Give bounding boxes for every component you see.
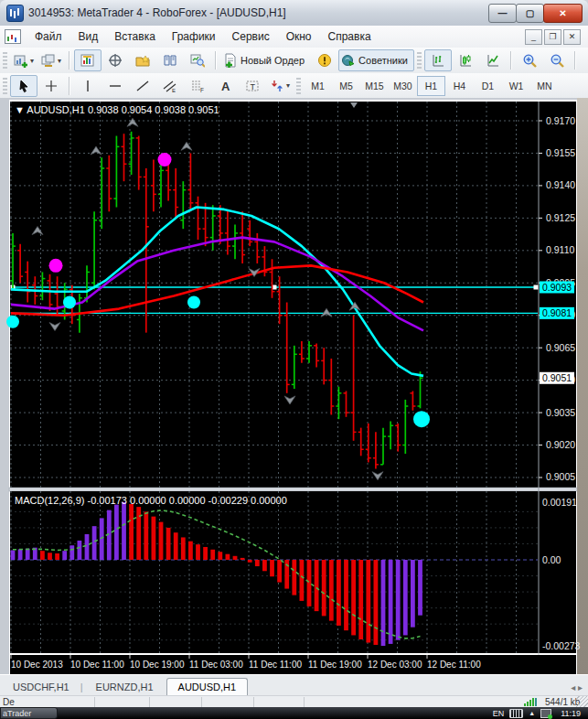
mdi-restore-button[interactable]: ❐: [544, 29, 561, 45]
trendline-icon: [135, 79, 150, 93]
chart-tab-audusd-h1[interactable]: AUDUSD,H1: [166, 678, 249, 696]
cyan-signal-dot: [63, 296, 76, 309]
profiles-icon: [41, 53, 56, 68]
terminal-button[interactable]: [156, 49, 184, 71]
app-icon: [6, 5, 24, 22]
chart-line-button[interactable]: [479, 49, 507, 71]
mdi-close-button[interactable]: ✕: [563, 29, 581, 45]
tab-scroll-right-icon[interactable]: ▸: [578, 682, 583, 692]
fibonacci-button[interactable]: F: [184, 75, 211, 97]
svg-text:12 Dec 03:00: 12 Dec 03:00: [368, 660, 422, 670]
chart-candles-button[interactable]: [452, 49, 479, 71]
советники-button[interactable]: Советники: [338, 49, 414, 71]
toolbar-grip[interactable]: [417, 52, 422, 69]
terminal-icon: [163, 53, 177, 68]
taskbar-app-button[interactable]: aTrader: [0, 707, 58, 719]
chart-bars-button[interactable]: [424, 49, 452, 71]
network-icon[interactable]: [540, 709, 551, 718]
dropdown-arrow-icon[interactable]: ▾: [30, 57, 34, 65]
chart-bars-icon: [431, 53, 445, 68]
crosshair-button[interactable]: [37, 75, 65, 97]
chart-tab-usdchf-h1[interactable]: USDCHF,H1: [2, 679, 80, 696]
vertical-line-button[interactable]: [74, 75, 102, 97]
toolbar-grip[interactable]: [3, 78, 7, 94]
market-watch-button[interactable]: [74, 49, 102, 71]
cyan-signal-dot: [6, 316, 19, 328]
chart-area[interactable]: 0.91700.91550.91400.91250.91100.90950.90…: [0, 98, 588, 674]
channel-button[interactable]: E: [156, 75, 184, 97]
data-window-button[interactable]: [102, 49, 129, 71]
text-icon: A: [218, 79, 232, 93]
svg-text:0.9051: 0.9051: [542, 372, 572, 383]
timeframe-m1-button[interactable]: M1: [304, 76, 332, 96]
language-indicator[interactable]: EN: [493, 709, 505, 718]
toolbar-separator: [69, 51, 70, 70]
zoom-out-button[interactable]: [543, 49, 571, 71]
svg-text:0.9065: 0.9065: [546, 342, 575, 353]
menu-item-2[interactable]: Вставка: [106, 27, 164, 46]
svg-text:E: E: [172, 88, 176, 93]
toolbar-separator: [574, 51, 576, 70]
channel-icon: E: [163, 79, 177, 93]
cyan-signal-dot: [413, 411, 430, 427]
timeframe-h4-button[interactable]: H4: [445, 76, 474, 96]
svg-text:0.00191: 0.00191: [542, 497, 577, 508]
magenta-signal-dot: [49, 259, 63, 273]
timeframe-d1-button[interactable]: D1: [474, 76, 502, 96]
toolbar-button-label: Новый Ордер: [241, 55, 305, 66]
cursor-icon: [16, 79, 31, 93]
cursor-button[interactable]: [10, 75, 37, 97]
metaeditor-button[interactable]: [311, 49, 338, 71]
text-button[interactable]: A: [211, 75, 239, 97]
new-chart-icon: [14, 53, 28, 68]
data-window-icon: [108, 53, 123, 68]
vertical-line-icon: [80, 79, 95, 93]
tab-scroll-left-icon[interactable]: ◂: [571, 682, 575, 692]
trendline-button[interactable]: [129, 75, 156, 97]
mdi-minimize-button[interactable]: _: [525, 29, 542, 45]
svg-text:10 Dec 11:00: 10 Dec 11:00: [70, 660, 124, 670]
dropdown-arrow-icon[interactable]: ▾: [286, 81, 290, 90]
menu-item-3[interactable]: Графики: [164, 27, 224, 46]
strategy-tester-button[interactable]: [184, 49, 211, 71]
timeframe-m15-button[interactable]: M15: [360, 76, 389, 96]
new-chart-button[interactable]: ▾: [10, 49, 37, 71]
timeframe-m30-button[interactable]: M30: [389, 76, 417, 96]
drawing-toolbar: EFAT▾M1M5M15M30H1H4D1W1MN: [0, 73, 588, 99]
toolbar-grip[interactable]: [3, 52, 7, 69]
timeframe-mn-button[interactable]: MN: [530, 76, 559, 96]
menu-item-5[interactable]: Окно: [278, 27, 320, 46]
timeframe-w1-button[interactable]: W1: [502, 76, 530, 96]
text-label-button[interactable]: T: [239, 75, 266, 97]
zoom-in-button[interactable]: [516, 49, 543, 71]
timeframe-h1-button[interactable]: H1: [417, 76, 445, 96]
toolbar-grip[interactable]: [296, 78, 301, 94]
menu-item-4[interactable]: Сервис: [224, 27, 278, 46]
chart-tab-bar: USDCHF,H1|EURNZD,H1AUDUSD,H1 ◂ ▸: [0, 674, 588, 696]
svg-text:0.9125: 0.9125: [546, 212, 575, 223]
market-watch-icon: [80, 53, 95, 68]
price-and-macd-chart[interactable]: 0.91700.91550.91400.91250.91100.90950.90…: [0, 98, 588, 674]
svg-text:10 Dec 19:00: 10 Dec 19:00: [130, 660, 185, 670]
maximize-button[interactable]: ▢: [516, 4, 544, 23]
navigator-button[interactable]: [129, 49, 156, 71]
menu-item-0[interactable]: Файл: [27, 27, 70, 46]
chart-tab-eurnzd-h1[interactable]: EURNZD,H1: [85, 679, 165, 696]
panel-splitter[interactable]: [9, 488, 577, 491]
dropdown-arrow-icon[interactable]: ▾: [58, 57, 61, 65]
keyboard-icon[interactable]: [509, 709, 523, 718]
arrows-button[interactable]: ▾: [266, 75, 294, 97]
minimize-button[interactable]: —: [488, 4, 517, 23]
close-button[interactable]: ✕: [543, 4, 583, 23]
menu-item-6[interactable]: Справка: [320, 27, 380, 46]
svg-text:10 Dec 2013: 10 Dec 2013: [11, 660, 63, 670]
price-panel[interactable]: [10, 102, 576, 488]
chart-document-icon[interactable]: [5, 29, 21, 44]
horizontal-line-button[interactable]: [102, 75, 129, 97]
menu-item-1[interactable]: Вид: [70, 27, 107, 46]
svg-text:0.9170: 0.9170: [546, 115, 575, 126]
tray-expand-icon[interactable]: ▲: [529, 710, 535, 716]
timeframe-m5-button[interactable]: M5: [332, 76, 360, 96]
новый-ордер-button[interactable]: Новый Ордер: [220, 49, 311, 71]
profiles-button[interactable]: ▾: [37, 49, 65, 71]
